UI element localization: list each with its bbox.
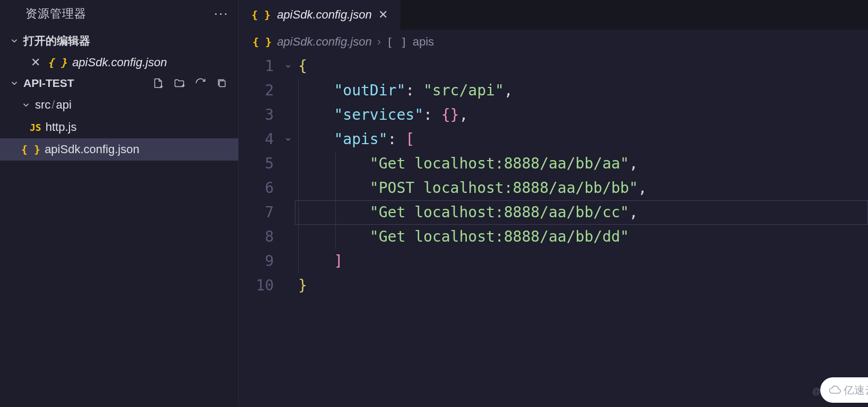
project-section[interactable]: API-TEST xyxy=(0,74,238,93)
code-line[interactable]: "apis": [ xyxy=(295,127,868,152)
open-editor-item[interactable]: ✕ { } apiSdk.config.json xyxy=(0,51,238,74)
cloud-icon xyxy=(828,385,841,395)
fold-icon[interactable] xyxy=(281,127,295,152)
explorer-header: 资源管理器 ··· xyxy=(0,0,238,30)
code-line[interactable]: "Get localhost:8888/aa/bb/dd" xyxy=(295,225,868,249)
more-icon[interactable]: ··· xyxy=(214,5,229,22)
line-gutter: 1 2 3 4 5 6 7 8 9 10 xyxy=(239,54,281,407)
code-line[interactable]: "POST localhost:8888/aa/bb/bb", xyxy=(295,176,868,200)
tab-label: apiSdk.config.json xyxy=(277,8,372,22)
json-file-icon: { } xyxy=(48,56,67,69)
code-line[interactable]: { xyxy=(295,54,868,78)
file-tree: src/api JS http.js { } apiSdk.config.jso… xyxy=(0,94,238,161)
code-editor[interactable]: 1 2 3 4 5 6 7 8 9 10 { "outDir": "src/ap… xyxy=(239,54,868,407)
open-editors-label: 打开的编辑器 xyxy=(23,33,90,48)
explorer-actions xyxy=(152,77,232,89)
close-icon[interactable]: ✕ xyxy=(378,8,388,22)
js-file-icon: JS xyxy=(30,122,41,133)
tree-file-label: apiSdk.config.json xyxy=(45,143,140,156)
folder-label: src/api xyxy=(35,98,72,112)
editor-main: { } apiSdk.config.json ✕ { } apiSdk.conf… xyxy=(239,0,868,407)
json-file-icon: { } xyxy=(251,8,271,21)
open-editor-filename: apiSdk.config.json xyxy=(72,56,167,69)
fold-icon[interactable] xyxy=(281,54,295,78)
json-file-icon: { } xyxy=(21,143,40,156)
chevron-down-icon xyxy=(10,36,19,46)
tree-file-http-js[interactable]: JS http.js xyxy=(0,116,238,138)
tab-apisdk-config[interactable]: { } apiSdk.config.json ✕ xyxy=(239,0,401,30)
list-icon: [ ] xyxy=(386,36,407,49)
json-file-icon: { } xyxy=(253,36,272,48)
code-line[interactable]: "Get localhost:8888/aa/bb/aa", xyxy=(295,152,868,176)
chevron-down-icon xyxy=(21,100,31,110)
new-folder-icon[interactable] xyxy=(173,77,185,89)
editor-tabs: { } apiSdk.config.json ✕ xyxy=(239,0,868,30)
code-line[interactable]: "Get localhost:8888/aa/bb/cc", xyxy=(295,200,868,225)
chevron-down-icon xyxy=(10,78,19,88)
close-icon[interactable]: ✕ xyxy=(31,56,40,69)
collapse-all-icon[interactable] xyxy=(216,77,228,89)
code-area[interactable]: { "outDir": "src/api", "services": {}, "… xyxy=(295,54,868,407)
code-line[interactable]: "services": {}, xyxy=(295,103,868,127)
breadcrumb[interactable]: { } apiSdk.config.json › [ ] apis xyxy=(239,30,868,54)
breadcrumb-file[interactable]: apiSdk.config.json xyxy=(277,35,372,49)
breadcrumb-path[interactable]: apis xyxy=(413,35,434,49)
new-file-icon[interactable] xyxy=(152,77,164,89)
code-line[interactable]: } xyxy=(295,273,868,298)
explorer-sidebar: 资源管理器 ··· 打开的编辑器 ✕ { } apiSdk.config.jso… xyxy=(0,0,239,407)
fold-gutter xyxy=(281,54,295,407)
code-line[interactable]: ] xyxy=(295,249,868,273)
project-name: API-TEST xyxy=(23,77,74,90)
tree-file-apisdk-config[interactable]: { } apiSdk.config.json xyxy=(0,138,238,161)
chevron-right-icon: › xyxy=(377,35,381,49)
code-line[interactable]: "outDir": "src/api", xyxy=(295,78,868,103)
watermark-logo: 亿速云 xyxy=(820,377,868,403)
tree-file-label: http.js xyxy=(46,120,77,134)
refresh-icon[interactable] xyxy=(195,77,206,89)
explorer-title: 资源管理器 xyxy=(25,6,86,22)
open-editors-section[interactable]: 打开的编辑器 xyxy=(0,30,238,51)
tree-folder-src-api[interactable]: src/api xyxy=(0,94,238,116)
svg-rect-4 xyxy=(219,81,225,86)
